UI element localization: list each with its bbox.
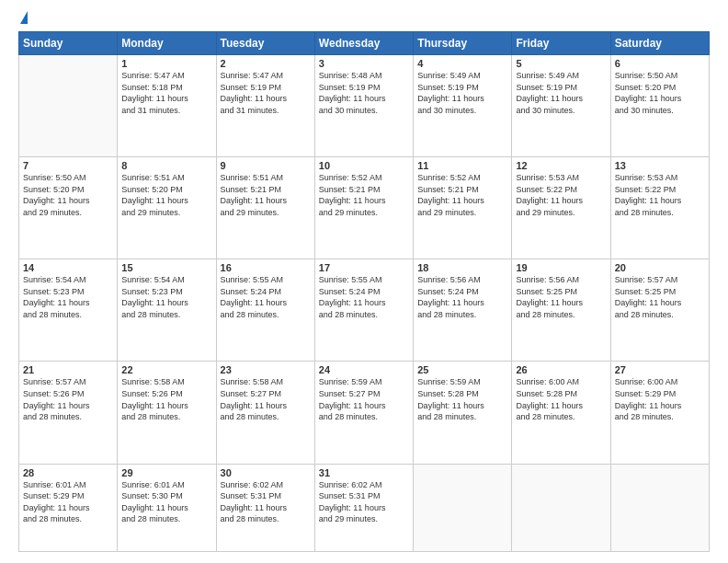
- calendar-cell: 12Sunrise: 5:53 AM Sunset: 5:22 PM Dayli…: [512, 157, 610, 259]
- day-number: 22: [121, 364, 211, 375]
- page: SundayMondayTuesdayWednesdayThursdayFrid…: [0, 0, 728, 563]
- day-info: Sunrise: 5:59 AM Sunset: 5:27 PM Dayligh…: [319, 376, 409, 422]
- day-number: 31: [319, 467, 409, 478]
- calendar-cell: 22Sunrise: 5:58 AM Sunset: 5:26 PM Dayli…: [118, 362, 216, 464]
- weekday-friday: Friday: [512, 32, 610, 55]
- day-info: Sunrise: 6:02 AM Sunset: 5:31 PM Dayligh…: [221, 479, 311, 525]
- day-number: 9: [221, 160, 311, 171]
- day-number: 4: [417, 58, 507, 69]
- weekday-saturday: Saturday: [610, 32, 709, 55]
- calendar-cell: 24Sunrise: 5:59 AM Sunset: 5:27 PM Dayli…: [314, 362, 413, 464]
- day-number: 23: [221, 364, 311, 375]
- day-info: Sunrise: 5:53 AM Sunset: 5:22 PM Dayligh…: [516, 172, 606, 218]
- calendar-cell: [414, 464, 512, 551]
- week-row-2: 7Sunrise: 5:50 AM Sunset: 5:20 PM Daylig…: [19, 157, 710, 259]
- calendar-cell: 7Sunrise: 5:50 AM Sunset: 5:20 PM Daylig…: [19, 157, 118, 259]
- weekday-monday: Monday: [118, 32, 216, 55]
- day-number: 19: [516, 262, 606, 273]
- day-info: Sunrise: 5:52 AM Sunset: 5:21 PM Dayligh…: [417, 172, 507, 218]
- calendar-cell: 17Sunrise: 5:55 AM Sunset: 5:24 PM Dayli…: [314, 259, 413, 362]
- day-number: 30: [221, 467, 311, 478]
- week-row-5: 28Sunrise: 6:01 AM Sunset: 5:29 PM Dayli…: [19, 464, 710, 551]
- calendar-cell: 10Sunrise: 5:52 AM Sunset: 5:21 PM Dayli…: [314, 157, 413, 259]
- day-number: 29: [121, 467, 211, 478]
- calendar-cell: 6Sunrise: 5:50 AM Sunset: 5:20 PM Daylig…: [610, 55, 709, 157]
- calendar-cell: 21Sunrise: 5:57 AM Sunset: 5:26 PM Dayli…: [19, 362, 118, 464]
- day-info: Sunrise: 5:51 AM Sunset: 5:20 PM Dayligh…: [121, 172, 211, 218]
- day-info: Sunrise: 6:02 AM Sunset: 5:31 PM Dayligh…: [319, 479, 409, 525]
- calendar-cell: 29Sunrise: 6:01 AM Sunset: 5:30 PM Dayli…: [118, 464, 216, 551]
- day-number: 18: [417, 262, 507, 273]
- calendar-cell: 18Sunrise: 5:56 AM Sunset: 5:24 PM Dayli…: [414, 259, 512, 362]
- weekday-wednesday: Wednesday: [314, 32, 413, 55]
- day-number: 1: [121, 58, 211, 69]
- calendar-cell: 14Sunrise: 5:54 AM Sunset: 5:23 PM Dayli…: [19, 259, 118, 362]
- day-number: 14: [23, 262, 113, 273]
- day-info: Sunrise: 5:56 AM Sunset: 5:25 PM Dayligh…: [516, 274, 606, 320]
- day-info: Sunrise: 6:01 AM Sunset: 5:29 PM Dayligh…: [23, 479, 113, 525]
- day-number: 12: [516, 160, 606, 171]
- day-number: 6: [615, 58, 705, 69]
- weekday-header-row: SundayMondayTuesdayWednesdayThursdayFrid…: [19, 32, 710, 55]
- day-number: 26: [516, 364, 606, 375]
- day-info: Sunrise: 5:47 AM Sunset: 5:19 PM Dayligh…: [221, 70, 311, 116]
- day-number: 20: [615, 262, 705, 273]
- calendar-cell: 19Sunrise: 5:56 AM Sunset: 5:25 PM Dayli…: [512, 259, 610, 362]
- day-number: 2: [221, 58, 311, 69]
- day-number: 17: [319, 262, 409, 273]
- day-info: Sunrise: 5:58 AM Sunset: 5:26 PM Dayligh…: [121, 376, 211, 422]
- calendar-cell: 31Sunrise: 6:02 AM Sunset: 5:31 PM Dayli…: [314, 464, 413, 551]
- calendar-cell: 13Sunrise: 5:53 AM Sunset: 5:22 PM Dayli…: [610, 157, 709, 259]
- day-info: Sunrise: 5:50 AM Sunset: 5:20 PM Dayligh…: [615, 70, 705, 116]
- day-info: Sunrise: 5:53 AM Sunset: 5:22 PM Dayligh…: [615, 172, 705, 218]
- day-info: Sunrise: 5:56 AM Sunset: 5:24 PM Dayligh…: [417, 274, 507, 320]
- day-info: Sunrise: 5:52 AM Sunset: 5:21 PM Dayligh…: [319, 172, 409, 218]
- calendar-cell: 2Sunrise: 5:47 AM Sunset: 5:19 PM Daylig…: [216, 55, 314, 157]
- weekday-sunday: Sunday: [19, 32, 118, 55]
- day-info: Sunrise: 5:51 AM Sunset: 5:21 PM Dayligh…: [221, 172, 311, 218]
- day-info: Sunrise: 6:00 AM Sunset: 5:29 PM Dayligh…: [615, 376, 705, 422]
- calendar-cell: 20Sunrise: 5:57 AM Sunset: 5:25 PM Dayli…: [610, 259, 709, 362]
- day-number: 13: [615, 160, 705, 171]
- day-info: Sunrise: 5:57 AM Sunset: 5:26 PM Dayligh…: [23, 376, 113, 422]
- day-info: Sunrise: 5:54 AM Sunset: 5:23 PM Dayligh…: [23, 274, 113, 320]
- day-number: 11: [417, 160, 507, 171]
- day-info: Sunrise: 5:49 AM Sunset: 5:19 PM Dayligh…: [417, 70, 507, 116]
- calendar-cell: 15Sunrise: 5:54 AM Sunset: 5:23 PM Dayli…: [118, 259, 216, 362]
- weekday-tuesday: Tuesday: [216, 32, 314, 55]
- day-number: 21: [23, 364, 113, 375]
- day-info: Sunrise: 5:57 AM Sunset: 5:25 PM Dayligh…: [615, 274, 705, 320]
- calendar-cell: 4Sunrise: 5:49 AM Sunset: 5:19 PM Daylig…: [414, 55, 512, 157]
- day-info: Sunrise: 6:00 AM Sunset: 5:28 PM Dayligh…: [516, 376, 606, 422]
- calendar-cell: 8Sunrise: 5:51 AM Sunset: 5:20 PM Daylig…: [118, 157, 216, 259]
- day-number: 25: [417, 364, 507, 375]
- logo-triangle-icon: [20, 11, 28, 24]
- day-info: Sunrise: 5:48 AM Sunset: 5:19 PM Dayligh…: [319, 70, 409, 116]
- day-number: 16: [221, 262, 311, 273]
- calendar-cell: 9Sunrise: 5:51 AM Sunset: 5:21 PM Daylig…: [216, 157, 314, 259]
- calendar-cell: 25Sunrise: 5:59 AM Sunset: 5:28 PM Dayli…: [414, 362, 512, 464]
- week-row-1: 1Sunrise: 5:47 AM Sunset: 5:18 PM Daylig…: [19, 55, 710, 157]
- calendar-cell: 16Sunrise: 5:55 AM Sunset: 5:24 PM Dayli…: [216, 259, 314, 362]
- day-info: Sunrise: 5:55 AM Sunset: 5:24 PM Dayligh…: [319, 274, 409, 320]
- day-number: 24: [319, 364, 409, 375]
- logo: [18, 15, 28, 24]
- calendar-cell: [19, 55, 118, 157]
- day-info: Sunrise: 5:47 AM Sunset: 5:18 PM Dayligh…: [121, 70, 211, 116]
- calendar-cell: 3Sunrise: 5:48 AM Sunset: 5:19 PM Daylig…: [314, 55, 413, 157]
- calendar-cell: 27Sunrise: 6:00 AM Sunset: 5:29 PM Dayli…: [610, 362, 709, 464]
- week-row-4: 21Sunrise: 5:57 AM Sunset: 5:26 PM Dayli…: [19, 362, 710, 464]
- day-number: 28: [23, 467, 113, 478]
- day-info: Sunrise: 6:01 AM Sunset: 5:30 PM Dayligh…: [121, 479, 211, 525]
- day-number: 5: [516, 58, 606, 69]
- day-info: Sunrise: 5:59 AM Sunset: 5:28 PM Dayligh…: [417, 376, 507, 422]
- calendar-cell: 11Sunrise: 5:52 AM Sunset: 5:21 PM Dayli…: [414, 157, 512, 259]
- calendar-cell: 28Sunrise: 6:01 AM Sunset: 5:29 PM Dayli…: [19, 464, 118, 551]
- calendar-cell: 1Sunrise: 5:47 AM Sunset: 5:18 PM Daylig…: [118, 55, 216, 157]
- day-number: 3: [319, 58, 409, 69]
- day-info: Sunrise: 5:50 AM Sunset: 5:20 PM Dayligh…: [23, 172, 113, 218]
- header: [18, 15, 710, 24]
- day-number: 8: [121, 160, 211, 171]
- weekday-thursday: Thursday: [414, 32, 512, 55]
- day-info: Sunrise: 5:58 AM Sunset: 5:27 PM Dayligh…: [221, 376, 311, 422]
